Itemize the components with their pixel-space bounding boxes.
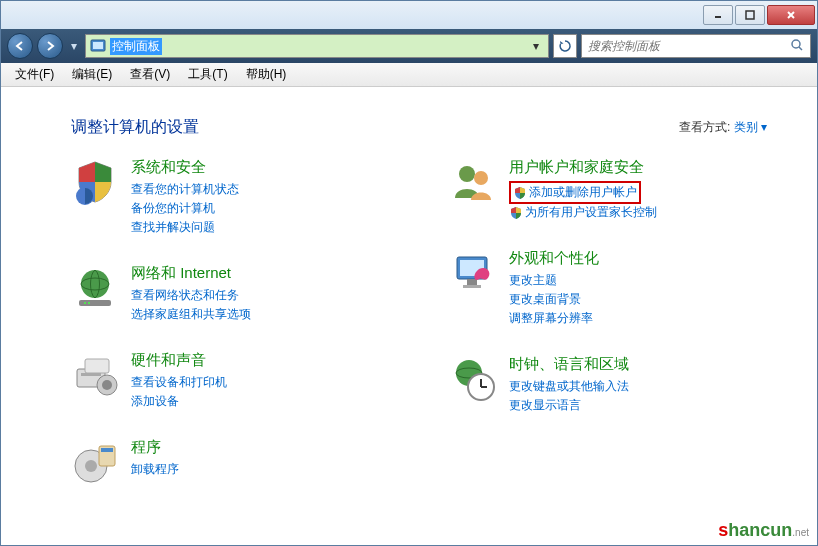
svg-rect-27 xyxy=(467,279,477,285)
address-bar[interactable]: 控制面板 ▾ xyxy=(85,34,549,58)
category-clock: 时钟、语言和区域 更改键盘或其他输入法 更改显示语言 xyxy=(449,355,767,416)
window-frame: ▾ 控制面板 ▾ 文件(F) 编辑(E) 查看(V) 工具(T) 帮助(H) 调… xyxy=(0,0,818,546)
search-input[interactable] xyxy=(588,39,786,53)
svg-rect-28 xyxy=(463,285,481,288)
category-programs: 程序 卸载程序 xyxy=(71,438,389,486)
category-network: 网络和 Internet 查看网络状态和任务 选择家庭组和共享选项 xyxy=(71,264,389,325)
appearance-link-wallpaper[interactable]: 更改桌面背景 xyxy=(509,291,767,308)
svg-point-13 xyxy=(88,302,90,304)
highlighted-link: 添加或删除用户帐户 xyxy=(509,181,641,204)
hardware-icon xyxy=(71,351,119,399)
address-dropdown-icon[interactable]: ▾ xyxy=(528,39,544,53)
svg-point-9 xyxy=(81,270,109,298)
svg-point-20 xyxy=(85,460,97,472)
programs-icon xyxy=(71,438,119,486)
clock-icon xyxy=(449,355,497,403)
svg-point-6 xyxy=(792,40,800,48)
system-security-icon xyxy=(71,158,119,206)
menu-edit[interactable]: 编辑(E) xyxy=(64,64,120,85)
hardware-link-devices[interactable]: 查看设备和打印机 xyxy=(131,374,389,391)
menu-bar: 文件(F) 编辑(E) 查看(V) 工具(T) 帮助(H) xyxy=(1,63,817,87)
titlebar xyxy=(1,1,817,29)
users-icon xyxy=(449,158,497,206)
category-appearance: 外观和个性化 更改主题 更改桌面背景 调整屏幕分辨率 xyxy=(449,249,767,329)
control-panel-icon xyxy=(90,38,106,54)
network-icon xyxy=(71,264,119,312)
programs-title[interactable]: 程序 xyxy=(131,438,389,457)
search-icon[interactable] xyxy=(790,38,804,55)
users-link-add-remove[interactable]: 添加或删除用户帐户 xyxy=(529,184,637,201)
users-title[interactable]: 用户帐户和家庭安全 xyxy=(509,158,767,177)
content-area: 调整计算机的设置 查看方式: 类别 ▾ 系统和安全 查看您的计算机状态 备份您的… xyxy=(1,87,817,545)
clock-title[interactable]: 时钟、语言和区域 xyxy=(509,355,767,374)
programs-link-uninstall[interactable]: 卸载程序 xyxy=(131,461,389,478)
view-by-value[interactable]: 类别 ▾ xyxy=(734,120,767,134)
page-title: 调整计算机的设置 xyxy=(71,117,767,138)
search-box[interactable] xyxy=(581,34,811,58)
refresh-button[interactable] xyxy=(553,34,577,58)
shield-icon xyxy=(513,186,527,200)
menu-tools[interactable]: 工具(T) xyxy=(180,64,235,85)
system-title[interactable]: 系统和安全 xyxy=(131,158,389,177)
svg-rect-1 xyxy=(746,11,754,19)
menu-help[interactable]: 帮助(H) xyxy=(238,64,295,85)
menu-view[interactable]: 查看(V) xyxy=(122,64,178,85)
svg-rect-18 xyxy=(85,359,109,373)
appearance-title[interactable]: 外观和个性化 xyxy=(509,249,767,268)
close-button[interactable] xyxy=(767,5,815,25)
forward-button[interactable] xyxy=(37,33,63,59)
svg-point-17 xyxy=(102,380,112,390)
clock-link-keyboard[interactable]: 更改键盘或其他输入法 xyxy=(509,378,767,395)
appearance-link-resolution[interactable]: 调整屏幕分辨率 xyxy=(509,310,767,327)
watermark: shancun.net xyxy=(718,520,809,541)
category-users: 用户帐户和家庭安全 添加或删除用户帐户 为所有用户设置家长控制 xyxy=(449,158,767,223)
address-text: 控制面板 xyxy=(110,38,162,55)
users-link-parental[interactable]: 为所有用户设置家长控制 xyxy=(509,204,767,221)
minimize-button[interactable] xyxy=(703,5,733,25)
clock-link-language[interactable]: 更改显示语言 xyxy=(509,397,767,414)
svg-point-12 xyxy=(84,302,86,304)
svg-point-23 xyxy=(459,166,475,182)
svg-point-24 xyxy=(474,171,488,185)
svg-rect-22 xyxy=(101,448,113,452)
view-by: 查看方式: 类别 ▾ xyxy=(679,119,767,136)
nav-toolbar: ▾ 控制面板 ▾ xyxy=(1,29,817,63)
system-link-troubleshoot[interactable]: 查找并解决问题 xyxy=(131,219,389,236)
back-button[interactable] xyxy=(7,33,33,59)
network-link-status[interactable]: 查看网络状态和任务 xyxy=(131,287,389,304)
network-link-homegroup[interactable]: 选择家庭组和共享选项 xyxy=(131,306,389,323)
shield-icon xyxy=(509,206,523,220)
menu-file[interactable]: 文件(F) xyxy=(7,64,62,85)
svg-rect-11 xyxy=(79,300,111,306)
network-title[interactable]: 网络和 Internet xyxy=(131,264,389,283)
nav-history-dropdown[interactable]: ▾ xyxy=(67,33,81,59)
svg-rect-5 xyxy=(93,42,103,49)
view-by-label: 查看方式: xyxy=(679,120,730,134)
hardware-link-add[interactable]: 添加设备 xyxy=(131,393,389,410)
system-link-backup[interactable]: 备份您的计算机 xyxy=(131,200,389,217)
category-system: 系统和安全 查看您的计算机状态 备份您的计算机 查找并解决问题 xyxy=(71,158,389,238)
system-link-status[interactable]: 查看您的计算机状态 xyxy=(131,181,389,198)
category-hardware: 硬件和声音 查看设备和打印机 添加设备 xyxy=(71,351,389,412)
svg-line-7 xyxy=(799,47,802,50)
maximize-button[interactable] xyxy=(735,5,765,25)
appearance-link-theme[interactable]: 更改主题 xyxy=(509,272,767,289)
hardware-title[interactable]: 硬件和声音 xyxy=(131,351,389,370)
appearance-icon xyxy=(449,249,497,297)
